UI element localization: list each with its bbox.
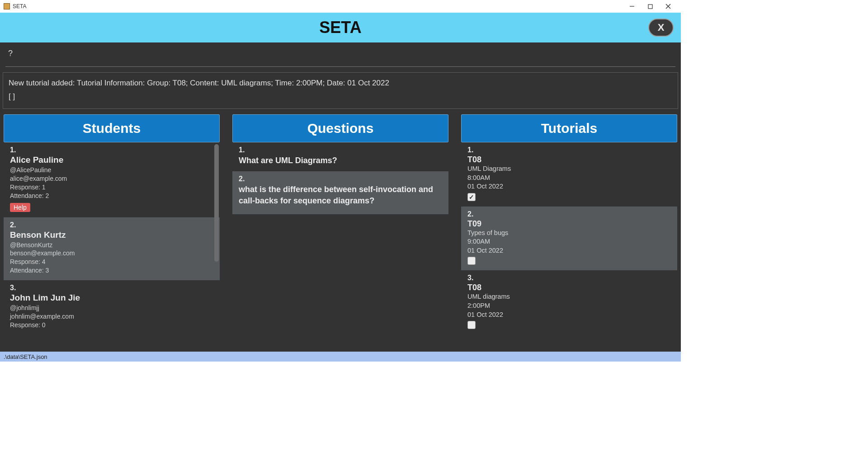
result-line-1: New tutorial added: Tutorial Information… [9, 77, 672, 89]
student-card[interactable]: 2. Benson Kurtz @BensonKurtz benson@exam… [4, 217, 220, 281]
help-tag: Help [10, 203, 30, 212]
questions-header-label: Questions [307, 121, 374, 136]
question-text: What are UML Diagrams? [239, 155, 442, 166]
student-response: Response: 4 [10, 258, 210, 266]
divider [5, 66, 675, 67]
student-handle: @BensonKurtz [10, 241, 210, 249]
main-content: ? New tutorial added: Tutorial Informati… [0, 42, 681, 352]
student-card[interactable]: 3. John Lim Jun Jie @johnlimjj johnlim@e… [4, 280, 220, 335]
student-response: Response: 0 [10, 321, 210, 329]
command-prompt-char: ? [8, 49, 13, 58]
tutorial-card[interactable]: 3. T08 UML diagrams 2:00PM 01 Oct 2022 [461, 270, 677, 334]
student-email: benson@example.com [10, 249, 210, 258]
tutorials-header: Tutorials [461, 114, 677, 142]
command-prompt-row: ? [3, 45, 678, 58]
checkmark-icon: ✓ [469, 194, 474, 200]
tutorial-index: 1. [467, 146, 671, 154]
students-column: Students 1. Alice Pauline @AlicePauline … [4, 114, 220, 348]
question-index: 2. [239, 175, 442, 183]
student-handle: @johnlimjj [10, 304, 210, 312]
app-icon [4, 3, 10, 9]
os-titlebar: SETA [0, 0, 681, 13]
statusbar-path: .\data\SETA.json [4, 353, 47, 360]
window-close-button[interactable] [659, 0, 677, 13]
student-name: John Lim Jun Jie [10, 293, 210, 303]
student-attendance: Attendance: 3 [10, 266, 210, 275]
tutorial-checkbox[interactable] [467, 321, 476, 329]
student-handle: @AlicePauline [10, 166, 210, 174]
tutorial-card[interactable]: 2. T09 Types of bugs 9:00AM 01 Oct 2022 [461, 207, 677, 271]
question-index: 1. [239, 146, 442, 154]
app-title: SETA [13, 3, 26, 9]
question-text: what is the difference between self-invo… [239, 184, 442, 206]
tutorial-content: Types of bugs [467, 229, 671, 238]
student-name: Benson Kurtz [10, 230, 210, 240]
result-line-2: [ ] [9, 91, 672, 103]
app-banner: SETA X [0, 13, 681, 42]
result-box: New tutorial added: Tutorial Information… [3, 72, 678, 109]
tutorial-checkbox[interactable]: ✓ [467, 193, 476, 201]
tutorials-list: 1. T08 UML Diagrams 8:00AM 01 Oct 2022 ✓… [461, 142, 677, 348]
tutorial-checkbox[interactable] [467, 257, 476, 265]
student-index: 3. [10, 284, 210, 292]
tutorial-index: 2. [467, 210, 671, 218]
app-window: SETA SETA X ? New tutorial added: Tutori… [0, 0, 681, 362]
window-minimize-button[interactable] [623, 0, 641, 13]
tutorial-index: 3. [467, 274, 671, 282]
questions-column: Questions 1. What are UML Diagrams? 2. w… [232, 114, 448, 348]
questions-list: 1. What are UML Diagrams? 2. what is the… [232, 142, 448, 348]
student-index: 2. [10, 221, 210, 229]
tutorial-time: 8:00AM [467, 174, 671, 183]
tutorial-group: T08 [467, 283, 671, 292]
students-header: Students [4, 114, 220, 142]
student-name: Alice Pauline [10, 155, 210, 165]
student-index: 1. [10, 146, 210, 154]
tutorial-time: 2:00PM [467, 301, 671, 310]
student-response: Response: 1 [10, 183, 210, 192]
banner-title: SETA [319, 18, 361, 37]
tutorial-date: 01 Oct 2022 [467, 310, 671, 320]
tutorial-content: UML Diagrams [467, 165, 671, 174]
students-list: 1. Alice Pauline @AlicePauline alice@exa… [4, 142, 220, 348]
students-header-label: Students [83, 121, 141, 136]
student-email: alice@example.com [10, 174, 210, 183]
student-email: johnlim@example.com [10, 312, 210, 321]
tutorials-header-label: Tutorials [541, 121, 597, 136]
tutorial-date: 01 Oct 2022 [467, 246, 671, 255]
tutorial-date: 01 Oct 2022 [467, 182, 671, 191]
minimize-icon [629, 4, 635, 9]
maximize-icon [648, 4, 653, 9]
svg-rect-1 [648, 5, 652, 9]
tutorial-card[interactable]: 1. T08 UML Diagrams 8:00AM 01 Oct 2022 ✓ [461, 142, 677, 207]
student-card[interactable]: 1. Alice Pauline @AlicePauline alice@exa… [4, 142, 220, 217]
tutorial-content: UML diagrams [467, 292, 671, 301]
tutorial-time: 9:00AM [467, 237, 671, 246]
question-card[interactable]: 1. What are UML Diagrams? [232, 142, 448, 171]
columns-row: Students 1. Alice Pauline @AlicePauline … [3, 112, 678, 348]
banner-close-label: X [658, 22, 665, 33]
statusbar: .\data\SETA.json [0, 352, 681, 362]
window-maximize-button[interactable] [641, 0, 659, 13]
close-icon [665, 4, 671, 9]
questions-header: Questions [232, 114, 448, 142]
tutorial-group: T08 [467, 155, 671, 165]
banner-close-button[interactable]: X [648, 19, 674, 37]
question-card[interactable]: 2. what is the difference between self-i… [232, 171, 448, 214]
students-scrollbar[interactable] [214, 144, 219, 262]
student-attendance: Attendance: 2 [10, 192, 210, 200]
tutorials-column: Tutorials 1. T08 UML Diagrams 8:00AM 01 … [461, 114, 677, 348]
tutorial-group: T09 [467, 219, 671, 229]
